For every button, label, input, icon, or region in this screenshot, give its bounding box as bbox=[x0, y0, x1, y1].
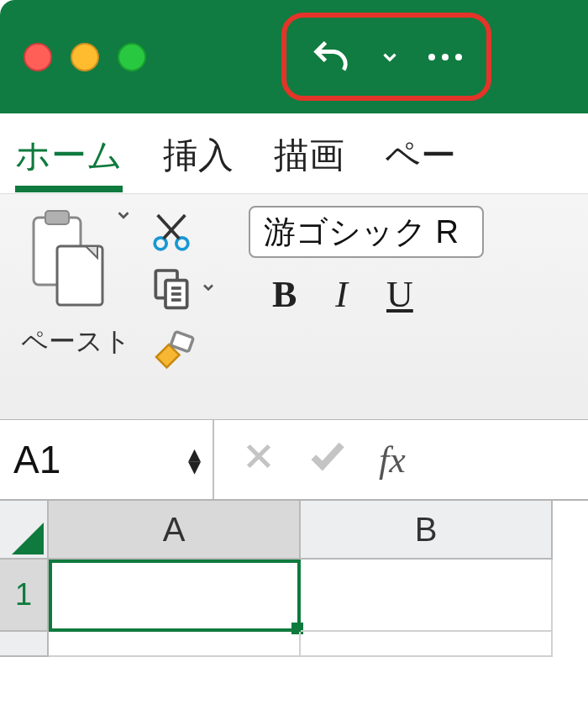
name-box-stepper[interactable]: ▴▾ bbox=[188, 447, 201, 472]
cell-b2[interactable] bbox=[301, 632, 553, 657]
font-name-value: 游ゴシック R bbox=[264, 211, 459, 254]
select-all-corner[interactable] bbox=[0, 501, 49, 560]
column-headers: A B bbox=[0, 501, 588, 560]
tab-insert[interactable]: 挿入 bbox=[163, 132, 234, 186]
font-name-selector[interactable]: 游ゴシック R bbox=[249, 206, 484, 258]
cancel-formula-button[interactable] bbox=[241, 437, 276, 483]
grid-row: 1 bbox=[0, 560, 588, 632]
undo-button[interactable] bbox=[309, 35, 353, 79]
bold-button[interactable]: B bbox=[272, 273, 297, 316]
tab-home[interactable]: ホーム bbox=[15, 132, 123, 192]
paste-button[interactable] bbox=[18, 206, 111, 318]
traffic-lights bbox=[24, 43, 146, 71]
column-header-b[interactable]: B bbox=[301, 501, 553, 560]
row-header-1[interactable]: 1 bbox=[0, 560, 49, 632]
cell-a2[interactable] bbox=[49, 632, 301, 657]
more-options-button[interactable] bbox=[427, 51, 464, 63]
italic-button[interactable]: I bbox=[335, 273, 348, 316]
window-minimize-button[interactable] bbox=[71, 43, 99, 71]
clipboard-tools bbox=[148, 206, 217, 419]
paste-label: ペースト bbox=[21, 323, 131, 360]
paste-dropdown[interactable] bbox=[114, 206, 133, 229]
copy-button[interactable] bbox=[148, 265, 195, 315]
cell-a1[interactable] bbox=[49, 560, 301, 632]
spreadsheet-grid: A B 1 bbox=[0, 501, 588, 657]
column-header-a[interactable]: A bbox=[49, 501, 301, 560]
grid-row bbox=[0, 632, 588, 657]
cell-b1[interactable] bbox=[301, 560, 553, 632]
name-box[interactable]: A1 ▴▾ bbox=[0, 420, 214, 499]
formula-bar: A1 ▴▾ fx bbox=[0, 420, 588, 501]
svg-rect-4 bbox=[45, 211, 69, 224]
row-header-2[interactable] bbox=[0, 632, 49, 657]
tab-page-layout[interactable]: ペー bbox=[385, 132, 456, 186]
tab-draw[interactable]: 描画 bbox=[274, 132, 344, 186]
font-group: 游ゴシック R B I U bbox=[232, 206, 484, 419]
window-maximize-button[interactable] bbox=[118, 43, 146, 71]
window-titlebar bbox=[0, 0, 588, 113]
insert-function-button[interactable]: fx bbox=[379, 439, 406, 481]
svg-point-0 bbox=[428, 54, 435, 60]
name-box-value: A1 bbox=[13, 437, 60, 482]
clipboard-group: ペースト bbox=[18, 206, 133, 419]
cut-button[interactable] bbox=[148, 209, 195, 256]
undo-history-dropdown[interactable] bbox=[379, 46, 401, 68]
quick-access-toolbar-highlight bbox=[281, 13, 491, 101]
svg-point-2 bbox=[455, 54, 462, 60]
svg-point-1 bbox=[442, 54, 449, 60]
format-painter-button[interactable] bbox=[148, 323, 198, 374]
underline-button[interactable]: U bbox=[386, 273, 413, 316]
ribbon-tabs: ホーム 挿入 描画 ペー bbox=[0, 113, 588, 193]
copy-dropdown[interactable] bbox=[200, 279, 217, 301]
ribbon: ペースト bbox=[0, 193, 588, 420]
window-close-button[interactable] bbox=[24, 43, 52, 71]
confirm-formula-button[interactable] bbox=[307, 434, 349, 486]
